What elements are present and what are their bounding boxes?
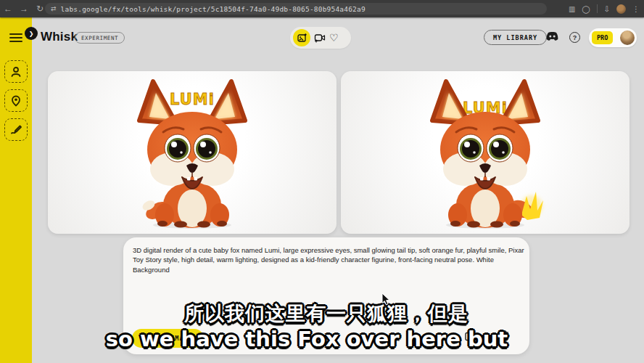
style-pencil-icon	[10, 123, 22, 136]
account-button[interactable]: PRO	[589, 28, 637, 47]
sidebar-item-subject[interactable]	[4, 60, 28, 83]
extension-icon[interactable]: ◯	[582, 5, 590, 13]
browser-toolbar: ← → ↻ ⇄ labs.google/fx/tools/whisk/proje…	[0, 0, 644, 17]
browser-profile-avatar[interactable]	[616, 4, 626, 14]
scene-location-icon	[10, 95, 22, 107]
help-icon[interactable]: ?	[569, 32, 580, 43]
fox-name-overlay: LUMi	[170, 91, 215, 108]
sidebar	[0, 17, 32, 363]
sidebar-item-style[interactable]	[4, 118, 28, 141]
heart-icon[interactable]: ♡	[329, 33, 339, 43]
subtitle-chinese: 所以我们这里有一只狐狸，但是	[184, 301, 468, 327]
generated-image-2[interactable]: LUMi	[341, 71, 629, 234]
prompt-textarea[interactable]: 3D digital render of a cute baby fox nam…	[133, 245, 527, 274]
subtitle-english: so we have this Fox over here but	[106, 327, 508, 351]
sidebar-expand-button[interactable]: ❯	[25, 27, 38, 40]
generated-image-1[interactable]: LUMi	[48, 71, 337, 234]
experiment-badge: EXPERIMENT	[75, 32, 125, 44]
address-bar[interactable]: ⇄ labs.google/fx/tools/whisk/project/5c1…	[45, 3, 547, 15]
video-add-icon[interactable]	[314, 33, 326, 43]
my-library-label: MY LIBRARY	[493, 34, 537, 41]
page-title: Whisk	[41, 30, 78, 44]
pro-badge: PRO	[592, 31, 613, 44]
user-avatar[interactable]	[620, 30, 635, 45]
reading-list-icon[interactable]: ▥	[569, 5, 575, 13]
back-arrow-icon[interactable]: ←	[0, 4, 16, 14]
menu-dots-icon[interactable]: ⋮	[632, 5, 640, 13]
download-icon[interactable]: ⇩	[604, 5, 610, 13]
discord-icon[interactable]	[545, 31, 559, 45]
hamburger-menu-icon[interactable]	[9, 33, 22, 42]
forward-arrow-icon[interactable]: →	[16, 4, 32, 14]
sidebar-item-scene[interactable]	[4, 89, 28, 112]
toolbar-divider	[597, 4, 598, 13]
url-text[interactable]: labs.google/fx/tools/whisk/project/5c185…	[61, 5, 366, 13]
mouse-cursor-icon	[381, 293, 391, 309]
mode-toolbar: ♡	[290, 27, 351, 49]
image-generate-icon[interactable]	[293, 29, 310, 46]
my-library-button[interactable]: MY LIBRARY	[484, 30, 547, 45]
subject-person-icon	[10, 66, 22, 78]
whisk-app-window: ← → ↻ ⇄ labs.google/fx/tools/whisk/proje…	[0, 0, 644, 363]
search-engine-swap-icon: ⇄	[51, 5, 57, 12]
